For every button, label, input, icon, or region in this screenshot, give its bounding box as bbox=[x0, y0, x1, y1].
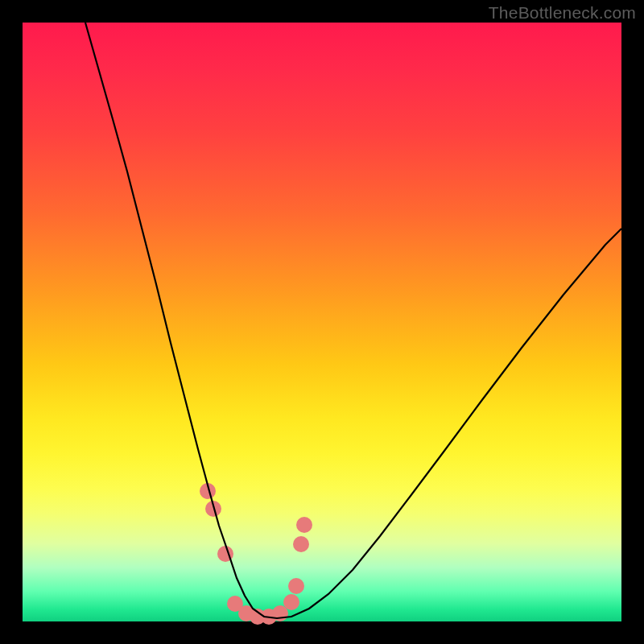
watermark-text: TheBottleneck.com bbox=[489, 3, 636, 23]
highlight-dot bbox=[288, 578, 304, 594]
chart-frame: TheBottleneck.com bbox=[0, 0, 644, 644]
chart-svg bbox=[23, 23, 621, 621]
plot-area bbox=[23, 23, 621, 621]
bottleneck-curve bbox=[85, 23, 621, 618]
highlight-dot bbox=[296, 517, 312, 533]
highlight-dot bbox=[283, 594, 299, 610]
marker-group bbox=[200, 483, 312, 625]
highlight-dot bbox=[293, 536, 309, 552]
